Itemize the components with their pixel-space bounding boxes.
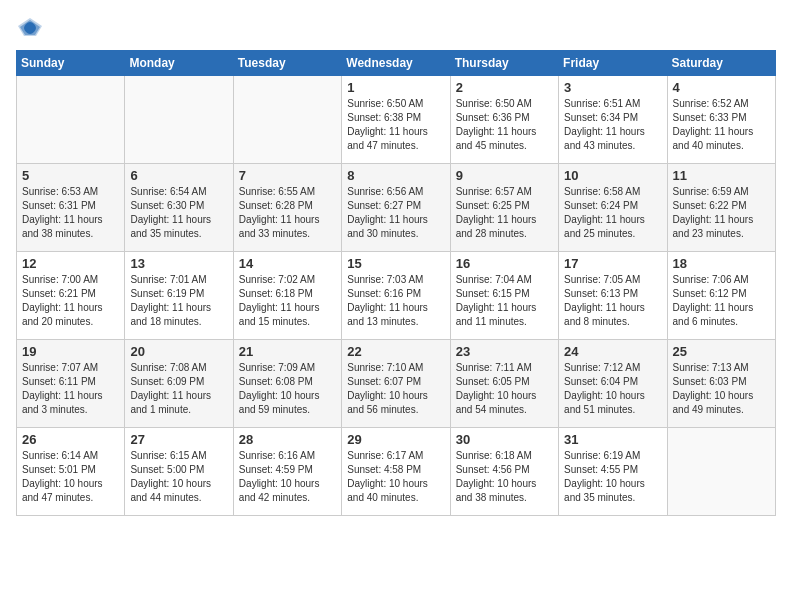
day-info: Sunrise: 7:05 AM Sunset: 6:13 PM Dayligh… — [564, 273, 661, 329]
day-number: 15 — [347, 256, 444, 271]
page-header — [16, 16, 776, 38]
day-number: 11 — [673, 168, 770, 183]
day-info: Sunrise: 7:12 AM Sunset: 6:04 PM Dayligh… — [564, 361, 661, 417]
calendar-cell: 15Sunrise: 7:03 AM Sunset: 6:16 PM Dayli… — [342, 252, 450, 340]
calendar-cell — [667, 428, 775, 516]
calendar-cell: 3Sunrise: 6:51 AM Sunset: 6:34 PM Daylig… — [559, 76, 667, 164]
day-number: 14 — [239, 256, 336, 271]
day-info: Sunrise: 6:54 AM Sunset: 6:30 PM Dayligh… — [130, 185, 227, 241]
calendar-cell: 21Sunrise: 7:09 AM Sunset: 6:08 PM Dayli… — [233, 340, 341, 428]
calendar-cell: 8Sunrise: 6:56 AM Sunset: 6:27 PM Daylig… — [342, 164, 450, 252]
day-info: Sunrise: 7:10 AM Sunset: 6:07 PM Dayligh… — [347, 361, 444, 417]
day-number: 6 — [130, 168, 227, 183]
day-info: Sunrise: 6:17 AM Sunset: 4:58 PM Dayligh… — [347, 449, 444, 505]
day-number: 29 — [347, 432, 444, 447]
day-info: Sunrise: 6:18 AM Sunset: 4:56 PM Dayligh… — [456, 449, 553, 505]
day-header-saturday: Saturday — [667, 51, 775, 76]
day-number: 1 — [347, 80, 444, 95]
day-info: Sunrise: 7:04 AM Sunset: 6:15 PM Dayligh… — [456, 273, 553, 329]
day-header-sunday: Sunday — [17, 51, 125, 76]
calendar-cell: 22Sunrise: 7:10 AM Sunset: 6:07 PM Dayli… — [342, 340, 450, 428]
calendar-cell: 4Sunrise: 6:52 AM Sunset: 6:33 PM Daylig… — [667, 76, 775, 164]
day-info: Sunrise: 7:00 AM Sunset: 6:21 PM Dayligh… — [22, 273, 119, 329]
day-header-tuesday: Tuesday — [233, 51, 341, 76]
day-info: Sunrise: 6:57 AM Sunset: 6:25 PM Dayligh… — [456, 185, 553, 241]
calendar-cell: 5Sunrise: 6:53 AM Sunset: 6:31 PM Daylig… — [17, 164, 125, 252]
day-header-thursday: Thursday — [450, 51, 558, 76]
day-info: Sunrise: 6:50 AM Sunset: 6:36 PM Dayligh… — [456, 97, 553, 153]
calendar-cell: 16Sunrise: 7:04 AM Sunset: 6:15 PM Dayli… — [450, 252, 558, 340]
day-number: 24 — [564, 344, 661, 359]
day-info: Sunrise: 6:56 AM Sunset: 6:27 PM Dayligh… — [347, 185, 444, 241]
day-number: 16 — [456, 256, 553, 271]
day-info: Sunrise: 6:58 AM Sunset: 6:24 PM Dayligh… — [564, 185, 661, 241]
day-number: 23 — [456, 344, 553, 359]
day-number: 7 — [239, 168, 336, 183]
day-number: 31 — [564, 432, 661, 447]
calendar-cell: 26Sunrise: 6:14 AM Sunset: 5:01 PM Dayli… — [17, 428, 125, 516]
day-number: 30 — [456, 432, 553, 447]
calendar-cell: 13Sunrise: 7:01 AM Sunset: 6:19 PM Dayli… — [125, 252, 233, 340]
calendar-cell: 25Sunrise: 7:13 AM Sunset: 6:03 PM Dayli… — [667, 340, 775, 428]
day-number: 2 — [456, 80, 553, 95]
day-number: 17 — [564, 256, 661, 271]
day-header-friday: Friday — [559, 51, 667, 76]
calendar-cell: 11Sunrise: 6:59 AM Sunset: 6:22 PM Dayli… — [667, 164, 775, 252]
day-info: Sunrise: 7:09 AM Sunset: 6:08 PM Dayligh… — [239, 361, 336, 417]
day-info: Sunrise: 6:16 AM Sunset: 4:59 PM Dayligh… — [239, 449, 336, 505]
calendar-cell: 30Sunrise: 6:18 AM Sunset: 4:56 PM Dayli… — [450, 428, 558, 516]
calendar-week-row: 19Sunrise: 7:07 AM Sunset: 6:11 PM Dayli… — [17, 340, 776, 428]
calendar-cell — [17, 76, 125, 164]
day-number: 28 — [239, 432, 336, 447]
calendar-table: SundayMondayTuesdayWednesdayThursdayFrid… — [16, 50, 776, 516]
calendar-week-row: 5Sunrise: 6:53 AM Sunset: 6:31 PM Daylig… — [17, 164, 776, 252]
calendar-cell: 2Sunrise: 6:50 AM Sunset: 6:36 PM Daylig… — [450, 76, 558, 164]
day-info: Sunrise: 7:03 AM Sunset: 6:16 PM Dayligh… — [347, 273, 444, 329]
day-info: Sunrise: 7:01 AM Sunset: 6:19 PM Dayligh… — [130, 273, 227, 329]
day-number: 25 — [673, 344, 770, 359]
calendar-cell: 19Sunrise: 7:07 AM Sunset: 6:11 PM Dayli… — [17, 340, 125, 428]
day-info: Sunrise: 7:08 AM Sunset: 6:09 PM Dayligh… — [130, 361, 227, 417]
day-info: Sunrise: 6:55 AM Sunset: 6:28 PM Dayligh… — [239, 185, 336, 241]
calendar-cell: 7Sunrise: 6:55 AM Sunset: 6:28 PM Daylig… — [233, 164, 341, 252]
calendar-cell: 10Sunrise: 6:58 AM Sunset: 6:24 PM Dayli… — [559, 164, 667, 252]
calendar-cell: 17Sunrise: 7:05 AM Sunset: 6:13 PM Dayli… — [559, 252, 667, 340]
calendar-header-row: SundayMondayTuesdayWednesdayThursdayFrid… — [17, 51, 776, 76]
day-info: Sunrise: 6:53 AM Sunset: 6:31 PM Dayligh… — [22, 185, 119, 241]
logo — [16, 16, 48, 38]
calendar-cell: 31Sunrise: 6:19 AM Sunset: 4:55 PM Dayli… — [559, 428, 667, 516]
day-number: 19 — [22, 344, 119, 359]
day-info: Sunrise: 7:06 AM Sunset: 6:12 PM Dayligh… — [673, 273, 770, 329]
day-info: Sunrise: 6:19 AM Sunset: 4:55 PM Dayligh… — [564, 449, 661, 505]
day-info: Sunrise: 6:51 AM Sunset: 6:34 PM Dayligh… — [564, 97, 661, 153]
calendar-cell: 18Sunrise: 7:06 AM Sunset: 6:12 PM Dayli… — [667, 252, 775, 340]
calendar-cell: 28Sunrise: 6:16 AM Sunset: 4:59 PM Dayli… — [233, 428, 341, 516]
calendar-cell — [125, 76, 233, 164]
day-info: Sunrise: 6:15 AM Sunset: 5:00 PM Dayligh… — [130, 449, 227, 505]
day-number: 21 — [239, 344, 336, 359]
day-info: Sunrise: 6:59 AM Sunset: 6:22 PM Dayligh… — [673, 185, 770, 241]
calendar-cell: 24Sunrise: 7:12 AM Sunset: 6:04 PM Dayli… — [559, 340, 667, 428]
logo-icon — [16, 16, 44, 38]
day-info: Sunrise: 7:07 AM Sunset: 6:11 PM Dayligh… — [22, 361, 119, 417]
day-number: 26 — [22, 432, 119, 447]
calendar-week-row: 12Sunrise: 7:00 AM Sunset: 6:21 PM Dayli… — [17, 252, 776, 340]
calendar-cell: 29Sunrise: 6:17 AM Sunset: 4:58 PM Dayli… — [342, 428, 450, 516]
calendar-cell — [233, 76, 341, 164]
day-number: 9 — [456, 168, 553, 183]
day-number: 8 — [347, 168, 444, 183]
day-number: 18 — [673, 256, 770, 271]
day-header-monday: Monday — [125, 51, 233, 76]
day-info: Sunrise: 7:02 AM Sunset: 6:18 PM Dayligh… — [239, 273, 336, 329]
calendar-cell: 23Sunrise: 7:11 AM Sunset: 6:05 PM Dayli… — [450, 340, 558, 428]
day-number: 27 — [130, 432, 227, 447]
day-number: 10 — [564, 168, 661, 183]
day-info: Sunrise: 6:14 AM Sunset: 5:01 PM Dayligh… — [22, 449, 119, 505]
day-number: 13 — [130, 256, 227, 271]
day-number: 20 — [130, 344, 227, 359]
day-number: 5 — [22, 168, 119, 183]
day-info: Sunrise: 6:50 AM Sunset: 6:38 PM Dayligh… — [347, 97, 444, 153]
calendar-cell: 1Sunrise: 6:50 AM Sunset: 6:38 PM Daylig… — [342, 76, 450, 164]
calendar-cell: 14Sunrise: 7:02 AM Sunset: 6:18 PM Dayli… — [233, 252, 341, 340]
calendar-cell: 20Sunrise: 7:08 AM Sunset: 6:09 PM Dayli… — [125, 340, 233, 428]
